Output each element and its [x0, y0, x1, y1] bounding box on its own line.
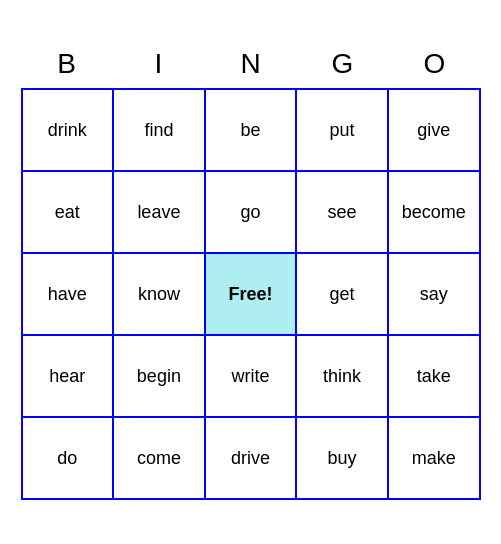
cell-0-3[interactable]: put: [297, 90, 389, 170]
cell-0-4[interactable]: give: [389, 90, 479, 170]
header-g: G: [297, 44, 389, 84]
cell-4-4[interactable]: make: [389, 418, 479, 498]
bingo-container: B I N G O drink find be put give eat lea…: [21, 44, 481, 500]
bingo-row-1: eat leave go see become: [23, 172, 479, 254]
cell-3-1[interactable]: begin: [114, 336, 206, 416]
bingo-row-4: do come drive buy make: [23, 418, 479, 498]
cell-3-3[interactable]: think: [297, 336, 389, 416]
cell-4-3[interactable]: buy: [297, 418, 389, 498]
cell-2-0[interactable]: have: [23, 254, 115, 334]
bingo-row-0: drink find be put give: [23, 90, 479, 172]
cell-1-1[interactable]: leave: [114, 172, 206, 252]
cell-0-0[interactable]: drink: [23, 90, 115, 170]
cell-0-2[interactable]: be: [206, 90, 298, 170]
cell-2-2-free[interactable]: Free!: [206, 254, 298, 334]
bingo-header: B I N G O: [21, 44, 481, 84]
cell-2-3[interactable]: get: [297, 254, 389, 334]
header-n: N: [205, 44, 297, 84]
bingo-row-2: have know Free! get say: [23, 254, 479, 336]
cell-0-1[interactable]: find: [114, 90, 206, 170]
cell-4-2[interactable]: drive: [206, 418, 298, 498]
header-o: O: [389, 44, 481, 84]
cell-2-1[interactable]: know: [114, 254, 206, 334]
cell-3-2[interactable]: write: [206, 336, 298, 416]
cell-4-1[interactable]: come: [114, 418, 206, 498]
bingo-grid: drink find be put give eat leave go see …: [21, 88, 481, 500]
cell-2-4[interactable]: say: [389, 254, 479, 334]
bingo-row-3: hear begin write think take: [23, 336, 479, 418]
header-i: I: [113, 44, 205, 84]
cell-1-3[interactable]: see: [297, 172, 389, 252]
header-b: B: [21, 44, 113, 84]
cell-1-4[interactable]: become: [389, 172, 479, 252]
cell-3-0[interactable]: hear: [23, 336, 115, 416]
cell-3-4[interactable]: take: [389, 336, 479, 416]
cell-1-0[interactable]: eat: [23, 172, 115, 252]
cell-1-2[interactable]: go: [206, 172, 298, 252]
cell-4-0[interactable]: do: [23, 418, 115, 498]
